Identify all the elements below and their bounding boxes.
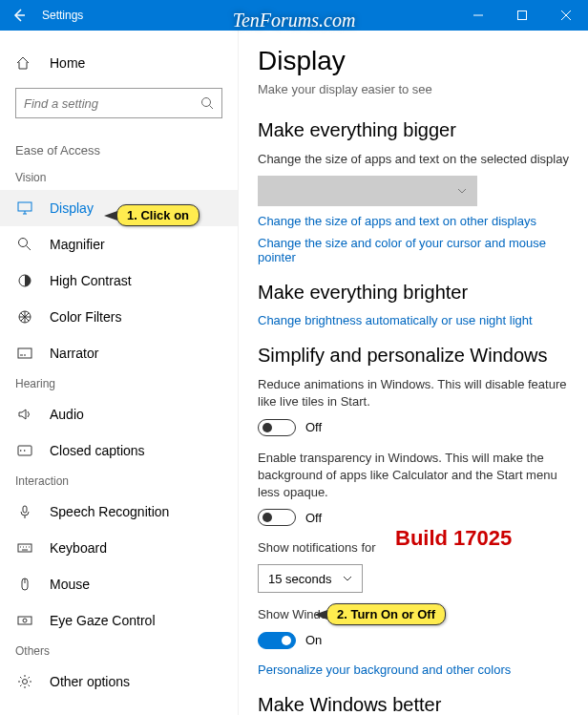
contrast-icon: [15, 273, 34, 288]
sidebar-item-other-options[interactable]: Other options: [0, 663, 238, 700]
sidebar-item-label: High Contrast: [50, 273, 132, 288]
annotation-build: Build 17025: [395, 526, 512, 551]
section-heading-bigger: Make everything bigger: [258, 119, 569, 141]
minimize-button[interactable]: [456, 0, 500, 31]
magnifier-icon: [15, 237, 34, 252]
sidebar-item-audio[interactable]: Audio: [0, 396, 238, 432]
svg-point-13: [23, 680, 28, 684]
narrator-icon: [15, 346, 34, 361]
sidebar-item-mouse[interactable]: Mouse: [0, 566, 238, 602]
minimize-icon: [473, 11, 483, 20]
color-filters-icon: [15, 309, 34, 325]
sidebar-item-eye-gaze[interactable]: Eye Gaze Control: [0, 602, 238, 639]
search-field[interactable]: [24, 96, 200, 111]
svg-point-3: [19, 239, 28, 247]
sidebar-home[interactable]: Home: [0, 46, 238, 80]
sidebar-item-label: Narrator: [50, 346, 98, 361]
sidebar-item-color-filters[interactable]: Color Filters: [0, 299, 238, 335]
home-icon: [15, 55, 34, 71]
mic-icon: [15, 504, 34, 519]
sidebar-subgroup-others: Others: [0, 639, 238, 663]
section-heading-brighter: Make everything brighter: [258, 282, 569, 304]
captions-icon: [15, 443, 34, 458]
notif-duration-dropdown[interactable]: 15 seconds: [258, 564, 363, 593]
chevron-down-icon: [343, 574, 352, 583]
section-heading-better: Make Windows better: [258, 694, 569, 716]
trans-desc: Enable transparency in Windows. This wil…: [258, 450, 569, 502]
page-subtitle: Make your display easier to see: [258, 82, 569, 96]
maximize-button[interactable]: [500, 0, 544, 31]
eye-icon: [15, 613, 34, 628]
sidebar-item-closed-captions[interactable]: Closed captions: [0, 432, 238, 469]
search-input[interactable]: [15, 88, 222, 118]
sidebar-item-label: Color Filters: [50, 309, 121, 325]
sidebar-subgroup-hearing: Hearing: [0, 371, 238, 396]
size-desc: Change the size of apps and text on the …: [258, 151, 569, 168]
toggle-transparency[interactable]: [258, 509, 296, 526]
annotation-callout-1: 1. Click on: [116, 204, 200, 226]
sidebar-item-high-contrast[interactable]: High Contrast: [0, 263, 238, 299]
keyboard-icon: [15, 540, 34, 556]
titlebar: Settings: [0, 0, 588, 31]
svg-point-12: [23, 619, 27, 622]
toggle-animations[interactable]: [258, 419, 296, 436]
link-personalize-bg[interactable]: Personalize your background and other co…: [258, 662, 569, 677]
link-brightness[interactable]: Change brightness automatically or use n…: [258, 313, 569, 327]
sidebar-item-magnifier[interactable]: Magnifier: [0, 226, 238, 263]
back-button[interactable]: [0, 0, 38, 31]
annotation-callout-2: 2. Turn On or Off: [326, 603, 446, 625]
toggle-animations-state: Off: [305, 420, 322, 434]
toggle-transparency-state: Off: [305, 511, 322, 525]
link-cursor-pointer[interactable]: Change the size and color of your cursor…: [258, 236, 569, 264]
sidebar-home-label: Home: [50, 55, 85, 71]
anim-desc: Reduce animations in Windows. This will …: [258, 376, 569, 410]
window-title: Settings: [42, 9, 456, 22]
sidebar-item-label: Display: [50, 200, 94, 216]
toggle-bg-state: On: [305, 633, 322, 647]
svg-rect-8: [23, 506, 27, 513]
page-title: Display: [258, 46, 569, 76]
sidebar-group-label: Ease of Access: [0, 134, 238, 165]
svg-rect-2: [18, 202, 32, 211]
section-heading-simplify: Simplify and personalize Windows: [258, 345, 569, 367]
sidebar-item-label: Closed captions: [50, 443, 145, 458]
link-other-displays[interactable]: Change the size of apps and text on othe…: [258, 214, 569, 228]
sidebar-item-label: Other options: [50, 674, 130, 689]
sidebar-item-speech[interactable]: Speech Recognition: [0, 494, 238, 530]
sidebar-item-label: Keyboard: [50, 540, 107, 556]
sidebar-subgroup-vision: Vision: [0, 165, 238, 190]
svg-rect-9: [18, 544, 32, 552]
sidebar-item-label: Eye Gaze Control: [50, 613, 156, 628]
close-icon: [561, 11, 571, 20]
svg-rect-0: [518, 11, 527, 20]
notif-value: 15 seconds: [268, 572, 332, 586]
svg-rect-6: [18, 348, 32, 358]
sidebar-item-label: Audio: [50, 407, 84, 422]
sidebar-item-label: Magnifier: [50, 237, 105, 252]
sidebar-item-label: Speech Recognition: [50, 504, 169, 519]
mouse-icon: [15, 577, 34, 592]
sidebar-item-keyboard[interactable]: Keyboard: [0, 530, 238, 566]
sidebar-item-label: Mouse: [50, 577, 90, 592]
arrow-left-icon: [11, 8, 27, 23]
svg-point-1: [202, 98, 211, 107]
chevron-down-icon: [456, 185, 468, 197]
sidebar-item-narrator[interactable]: Narrator: [0, 335, 238, 371]
audio-icon: [15, 407, 34, 422]
gear-icon: [15, 674, 34, 689]
sidebar: Home Ease of Access Vision Display Magni…: [0, 31, 239, 715]
svg-rect-11: [18, 617, 32, 624]
monitor-icon: [15, 200, 34, 216]
sidebar-subgroup-interaction: Interaction: [0, 469, 238, 494]
maximize-icon: [517, 11, 527, 20]
search-icon: [200, 96, 214, 110]
close-button[interactable]: [544, 0, 588, 31]
toggle-windows-background[interactable]: [258, 632, 296, 649]
display-scale-dropdown[interactable]: [258, 176, 477, 206]
